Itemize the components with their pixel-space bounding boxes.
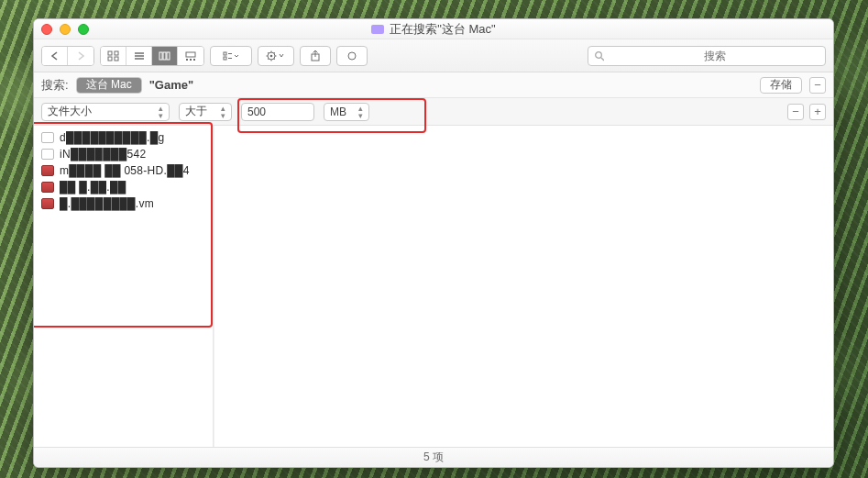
view-gallery-button[interactable] — [178, 47, 203, 65]
traffic-lights — [41, 24, 89, 35]
finder-toolbar — [34, 39, 833, 72]
view-icons-button[interactable] — [101, 47, 126, 65]
preview-column — [214, 126, 833, 447]
svg-rect-2 — [108, 57, 112, 61]
smart-folder-icon — [371, 25, 384, 34]
status-text: 5 项 — [423, 450, 444, 465]
criteria-op-select[interactable]: 大于 ▴▾ — [179, 103, 232, 121]
search-scope-bar: 搜索: 这台 Mac "Game" 存储 − — [34, 72, 833, 98]
result-row[interactable]: █.████████.vm — [34, 195, 213, 212]
tags-button[interactable] — [336, 46, 368, 66]
result-row[interactable]: d██████████.█g — [34, 129, 213, 146]
image-file-icon — [41, 165, 54, 176]
criteria-attr-label: 文件大小 — [48, 104, 92, 119]
window-titlebar: 正在搜索"这台 Mac" — [34, 19, 833, 39]
criteria-unit-label: MB — [330, 106, 346, 118]
result-filename: iN███████542 — [60, 148, 146, 161]
back-button[interactable] — [42, 47, 68, 65]
svg-rect-3 — [115, 57, 118, 61]
chevron-updown-icon: ▴▾ — [159, 105, 163, 119]
svg-rect-12 — [190, 59, 192, 61]
zoom-window-button[interactable] — [78, 24, 89, 35]
svg-line-26 — [268, 58, 269, 59]
results-area: d██████████.█giN███████542m████ ██ 058-H… — [34, 126, 833, 447]
svg-rect-9 — [167, 52, 170, 60]
search-input[interactable] — [610, 50, 819, 62]
svg-rect-14 — [224, 52, 226, 55]
result-filename: ██ █.██.██ — [60, 181, 126, 194]
toolbar-search[interactable] — [588, 46, 826, 66]
svg-rect-10 — [186, 52, 195, 57]
remove-criteria-button[interactable]: − — [787, 104, 804, 120]
scope-this-mac[interactable]: 这台 Mac — [77, 78, 141, 93]
remove-search-button[interactable]: − — [809, 77, 826, 94]
svg-rect-15 — [224, 57, 226, 60]
document-file-icon — [41, 132, 54, 143]
view-mode-seg — [100, 46, 204, 66]
svg-rect-8 — [163, 52, 166, 60]
svg-rect-0 — [108, 51, 112, 55]
scope-game-token[interactable]: "Game" — [149, 78, 193, 92]
image-file-icon — [41, 198, 54, 209]
result-row[interactable]: iN███████542 — [34, 146, 213, 162]
svg-rect-13 — [193, 59, 195, 61]
view-list-button[interactable] — [126, 47, 152, 65]
minimize-window-button[interactable] — [60, 24, 71, 35]
search-scope-seg: 这台 Mac — [76, 77, 142, 94]
svg-rect-1 — [115, 51, 118, 55]
close-window-button[interactable] — [41, 24, 52, 35]
svg-rect-11 — [186, 59, 188, 61]
document-file-icon — [41, 149, 54, 160]
search-icon — [594, 50, 604, 61]
criteria-attr-select[interactable]: 文件大小 ▴▾ — [41, 103, 170, 121]
criteria-unit-select[interactable]: MB ▴▾ — [324, 103, 369, 121]
svg-line-27 — [274, 52, 275, 53]
window-title: 正在搜索"这台 Mac" — [34, 21, 833, 38]
result-filename: m████ ██ 058-HD.██4 — [60, 164, 190, 177]
chevron-updown-icon: ▴▾ — [221, 105, 225, 119]
svg-line-24 — [268, 52, 269, 53]
criteria-value-input[interactable] — [241, 103, 314, 121]
finder-window: 正在搜索"这台 Mac" — [33, 18, 834, 468]
add-criteria-button[interactable]: + — [809, 104, 826, 120]
svg-line-25 — [274, 58, 275, 59]
status-bar: 5 项 — [34, 447, 833, 467]
svg-line-32 — [601, 58, 604, 61]
search-criteria-row: 文件大小 ▴▾ 大于 ▴▾ MB ▴▾ − + — [34, 98, 833, 126]
svg-rect-7 — [159, 52, 162, 60]
result-filename: █.████████.vm — [60, 197, 154, 210]
chevron-updown-icon: ▴▾ — [358, 105, 363, 119]
nav-buttons — [41, 46, 94, 66]
save-search-button[interactable]: 存储 — [760, 77, 802, 94]
svg-point-19 — [270, 54, 273, 57]
share-button[interactable] — [300, 46, 331, 66]
window-title-text: 正在搜索"这台 Mac" — [390, 21, 495, 38]
criteria-op-label: 大于 — [185, 104, 207, 119]
view-columns-button[interactable] — [152, 47, 178, 65]
group-by-button[interactable] — [210, 46, 252, 66]
results-column[interactable]: d██████████.█giN███████542m████ ██ 058-H… — [34, 126, 214, 447]
svg-point-30 — [348, 52, 356, 60]
image-file-icon — [41, 182, 54, 193]
result-filename: d██████████.█g — [60, 131, 164, 144]
svg-point-31 — [596, 51, 602, 58]
action-menu-button[interactable] — [258, 46, 294, 66]
search-scope-label: 搜索: — [41, 77, 69, 94]
result-row[interactable]: ██ █.██.██ — [34, 179, 213, 195]
forward-button[interactable] — [68, 47, 93, 65]
result-row[interactable]: m████ ██ 058-HD.██4 — [34, 162, 213, 179]
